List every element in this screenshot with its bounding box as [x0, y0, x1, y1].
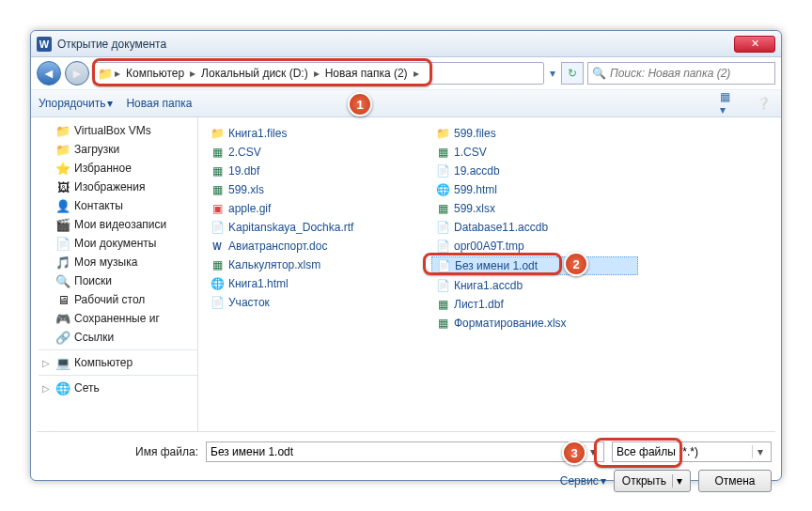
search-icon: 🔍 — [592, 67, 606, 80]
tree-item[interactable]: 🖼Изображения — [39, 178, 197, 196]
cancel-button[interactable]: Отмена — [698, 470, 772, 492]
file-icon: ▦ — [210, 182, 225, 197]
views-button[interactable]: ▦ ▾ — [719, 93, 740, 114]
tree-item[interactable]: 👤Контакты — [39, 196, 197, 215]
file-icon: W — [210, 239, 225, 254]
open-split-dropdown[interactable]: ▾ — [672, 474, 682, 488]
file-item[interactable]: 📄Без имени 1.odt — [431, 256, 638, 275]
breadcrumb-segment[interactable]: Локальный диск (D:) — [197, 67, 312, 80]
file-item[interactable]: 🌐Книга1.html — [206, 275, 413, 292]
star-icon: ⭐ — [55, 161, 70, 176]
service-button[interactable]: Сервис ▾ — [560, 474, 606, 488]
nav-row: ◄ ► 📁▸Компьютер▸Локальный диск (D:)▸Нова… — [31, 57, 781, 89]
file-item[interactable]: 📄Database11.accdb — [431, 219, 638, 236]
file-icon: 📄 — [436, 258, 451, 273]
file-item[interactable]: 📁Книга1.files — [206, 125, 413, 142]
doc-icon: 📄 — [55, 236, 70, 251]
tree-item[interactable]: 🎮Сохраненные иг — [39, 309, 197, 328]
file-icon: ▦ — [210, 257, 225, 272]
organize-button[interactable]: Упорядочить ▾ — [39, 97, 113, 110]
breadcrumb-segment[interactable]: Компьютер — [122, 67, 188, 80]
file-icon: 📄 — [435, 278, 450, 293]
file-item[interactable]: ▦599.xlsx — [431, 200, 638, 217]
file-icon: ▦ — [210, 145, 225, 160]
help-button[interactable]: ❔ — [753, 93, 773, 114]
back-button[interactable]: ◄ — [37, 61, 61, 85]
file-icon: 🌐 — [435, 182, 450, 197]
file-item[interactable]: ▦1.CSV — [431, 144, 638, 161]
new-folder-button[interactable]: Новая папка — [126, 97, 192, 110]
search-input[interactable] — [610, 67, 771, 80]
toolbar: Упорядочить ▾ Новая папка ▦ ▾ ❔ — [31, 89, 781, 117]
file-list[interactable]: 📁Книга1.files▦2.CSV▦19.dbf▦599.xls▣apple… — [198, 117, 781, 431]
file-item[interactable]: ▦Калькулятор.xlsm — [206, 256, 413, 273]
file-item[interactable]: 📄19.accdb — [431, 163, 638, 179]
search-icon: 🔍 — [55, 273, 70, 288]
main-area: 📁VirtualBox VMs📁Загрузки⭐Избранное🖼Изобр… — [31, 117, 781, 431]
tree-item[interactable]: 🎵Моя музыка — [39, 253, 197, 271]
tree-computer[interactable]: ▷💻Компьютер — [39, 353, 197, 372]
filename-combo[interactable]: Без имени 1.odt ▾ — [206, 441, 604, 462]
bottom-panel: Имя файла: Без имени 1.odt ▾ Все файлы (… — [31, 432, 781, 500]
tree-network[interactable]: ▷🌐Сеть — [39, 379, 197, 397]
fld-icon: 📁 — [55, 123, 70, 138]
tree-item[interactable]: 📁VirtualBox VMs — [39, 121, 197, 140]
desk-icon: 🖥 — [55, 292, 70, 307]
fld-icon: 📁 — [55, 142, 70, 157]
file-item[interactable]: 📄Участок — [206, 294, 413, 311]
file-item[interactable]: 📄Kapitanskaya_Dochka.rtf — [206, 219, 413, 236]
tree-item[interactable]: 🎬Мои видеозаписи — [39, 215, 197, 234]
chevron-down-icon[interactable]: ▾ — [752, 445, 767, 458]
dialog-title: Открытие документа — [57, 38, 734, 51]
tree-item[interactable]: 📄Мои документы — [39, 234, 197, 253]
filetype-combo[interactable]: Все файлы (*.*) ▾ — [612, 441, 772, 462]
file-icon: 📁 — [435, 126, 450, 141]
chevron-down-icon[interactable]: ▾ — [585, 445, 600, 458]
tree-item[interactable]: 🖥Рабочий стол — [39, 290, 197, 309]
file-icon: ▦ — [435, 316, 450, 331]
file-item[interactable]: ▦19.dbf — [206, 163, 413, 179]
computer-icon: 💻 — [55, 355, 70, 370]
file-icon: 📄 — [435, 239, 450, 254]
search-box[interactable]: 🔍 — [587, 62, 775, 85]
game-icon: 🎮 — [55, 311, 70, 326]
file-item[interactable]: 🌐599.html — [431, 181, 638, 198]
filename-value: Без имени 1.odt — [211, 445, 585, 458]
file-icon: ▣ — [210, 201, 225, 216]
word-icon: W — [37, 37, 52, 52]
expand-icon[interactable]: ▷ — [42, 358, 52, 368]
tree-item[interactable]: ⭐Избранное — [39, 159, 197, 178]
file-item[interactable]: 📄opr00A9T.tmp — [431, 238, 638, 255]
file-item[interactable]: 📄Книга1.accdb — [431, 277, 638, 294]
folder-icon: 📁 — [98, 66, 113, 81]
tree-item[interactable]: 🔗Ссылки — [39, 328, 197, 347]
breadcrumb-segment[interactable]: Новая папка (2) — [321, 67, 412, 80]
open-button[interactable]: Открыть ▾ — [614, 470, 691, 492]
tree-item[interactable]: 📁Загрузки — [39, 140, 197, 159]
file-icon: 📁 — [210, 126, 225, 141]
file-icon: 🌐 — [210, 276, 225, 291]
chevron-down-icon: ▾ — [107, 97, 113, 110]
file-item[interactable]: WАвиатранспорт.doc — [206, 238, 413, 255]
file-icon: ▦ — [435, 201, 450, 216]
file-item[interactable]: ▣apple.gif — [206, 200, 413, 217]
titlebar[interactable]: W Открытие документа ✕ — [31, 31, 781, 57]
file-icon: 📄 — [210, 220, 225, 235]
file-item[interactable]: ▦Лист1.dbf — [431, 296, 638, 313]
forward-button[interactable]: ► — [65, 61, 89, 85]
refresh-button[interactable]: ↻ — [561, 62, 584, 85]
file-item[interactable]: ▦2.CSV — [206, 144, 413, 161]
expand-icon[interactable]: ▷ — [42, 383, 52, 394]
tree-item[interactable]: 🔍Поиски — [39, 271, 197, 290]
file-item[interactable]: 📁599.files — [431, 125, 638, 142]
network-icon: 🌐 — [55, 380, 70, 395]
file-item[interactable]: ▦Форматирование.xlsx — [431, 315, 638, 332]
file-item[interactable]: ▦599.xls — [206, 181, 413, 198]
breadcrumb-dropdown[interactable]: ▾ — [548, 67, 557, 80]
close-button[interactable]: ✕ — [734, 36, 775, 53]
vid-icon: 🎬 — [55, 217, 70, 232]
mus-icon: 🎵 — [55, 255, 70, 270]
folder-tree[interactable]: 📁VirtualBox VMs📁Загрузки⭐Избранное🖼Изобр… — [31, 117, 198, 431]
file-icon: ▦ — [435, 145, 450, 160]
breadcrumb-bar[interactable]: 📁▸Компьютер▸Локальный диск (D:)▸Новая па… — [93, 62, 544, 85]
